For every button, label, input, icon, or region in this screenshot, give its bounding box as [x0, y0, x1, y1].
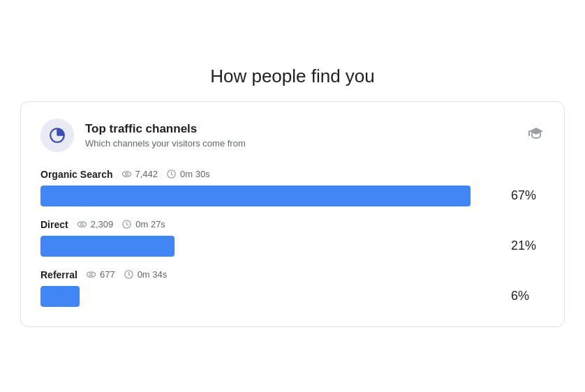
- channel-meta-referral: Referral 677 0m: [40, 269, 545, 280]
- channel-meta-direct: Direct 2,309 0m: [40, 219, 545, 230]
- help-icon[interactable]: [528, 126, 545, 145]
- channel-time-referral: 0m 34s: [124, 269, 168, 280]
- card-header-left: Top traffic channels Which channels your…: [40, 119, 246, 152]
- svg-point-14: [90, 273, 93, 276]
- channel-time-organic: 0m 30s: [166, 169, 210, 179]
- channel-item-referral: Referral 677 0m: [40, 269, 545, 307]
- svg-line-7: [172, 174, 173, 175]
- channel-time-direct: 0m 27s: [121, 219, 165, 229]
- traffic-card: Top traffic channels Which channels your…: [20, 101, 565, 327]
- bar-fill-organic: [40, 186, 471, 206]
- page-title: How people find you: [20, 66, 565, 87]
- bar-track-organic: [40, 186, 503, 206]
- bar-row-organic: 67%: [40, 186, 545, 206]
- clock-icon-direct: [121, 219, 132, 229]
- svg-point-9: [80, 223, 83, 226]
- chart-icon: [48, 126, 66, 144]
- bar-percent-organic: 67%: [511, 188, 545, 203]
- eye-icon-referral: [86, 269, 96, 280]
- channel-name-direct: Direct: [40, 219, 68, 230]
- svg-point-8: [77, 222, 87, 227]
- main-container: How people find you Top traffic channels…: [20, 66, 565, 327]
- svg-line-17: [128, 275, 130, 276]
- card-text: Top traffic channels Which channels your…: [85, 122, 246, 149]
- channel-meta-organic: Organic Search 7,442: [40, 169, 545, 180]
- card-icon-circle: [40, 119, 74, 152]
- bar-percent-direct: 21%: [511, 239, 545, 253]
- card-title: Top traffic channels: [85, 122, 246, 136]
- channel-name-referral: Referral: [40, 269, 77, 280]
- bar-fill-direct: [40, 236, 175, 257]
- channel-item-organic: Organic Search 7,442: [40, 169, 545, 206]
- clock-icon-referral: [124, 269, 134, 280]
- bar-track-direct: [40, 236, 503, 257]
- bar-row-direct: 21%: [40, 236, 545, 257]
- channel-views-referral: 677: [86, 269, 115, 280]
- svg-point-4: [125, 173, 128, 176]
- channel-views-organic: 7,442: [121, 169, 158, 179]
- bar-percent-referral: 6%: [511, 289, 545, 303]
- card-header: Top traffic channels Which channels your…: [40, 119, 545, 152]
- eye-icon-direct: [77, 219, 87, 229]
- svg-point-13: [87, 272, 96, 278]
- svg-point-3: [122, 172, 131, 177]
- channels-list: Organic Search 7,442: [40, 169, 545, 307]
- eye-icon-organic: [121, 169, 132, 179]
- bar-row-referral: 6%: [40, 286, 545, 307]
- clock-icon-organic: [166, 169, 177, 179]
- card-subtitle: Which channels your visitors come from: [85, 138, 246, 149]
- bar-fill-referral: [40, 286, 80, 307]
- svg-line-12: [127, 225, 128, 225]
- channel-item-direct: Direct 2,309 0m: [40, 219, 545, 257]
- graduation-cap-icon: [528, 126, 545, 142]
- bar-track-referral: [40, 286, 503, 307]
- channel-views-direct: 2,309: [77, 219, 114, 229]
- channel-name-organic: Organic Search: [40, 169, 113, 180]
